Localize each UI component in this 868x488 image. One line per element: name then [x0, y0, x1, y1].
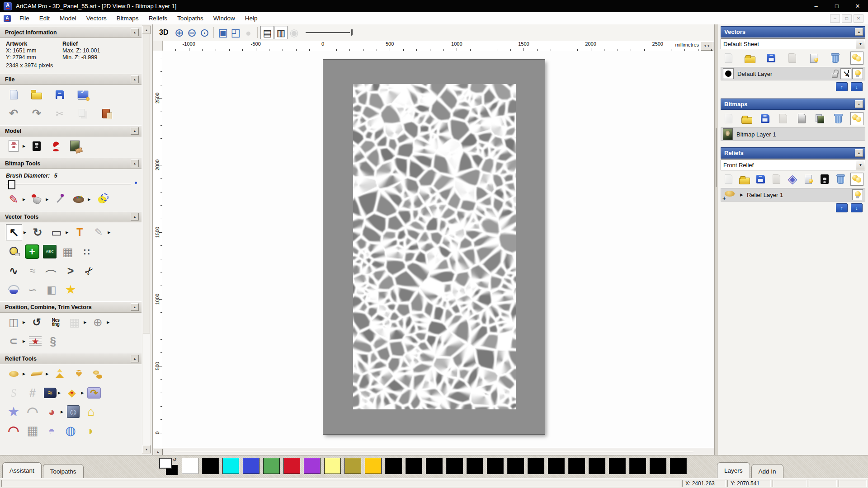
- palette-swatch[interactable]: [426, 458, 443, 474]
- chevron-down-icon[interactable]: [856, 160, 865, 170]
- collapse-section-button[interactable]: [131, 160, 139, 167]
- star-tool-icon[interactable]: ★: [63, 282, 78, 297]
- merge-shape-icon[interactable]: ♠: [71, 366, 86, 381]
- menu-reliefs[interactable]: Reliefs: [144, 12, 172, 24]
- lighting-icon[interactable]: [48, 138, 63, 154]
- set-model-size-icon[interactable]: [6, 138, 21, 154]
- face-wizard-icon[interactable]: ☺: [67, 405, 80, 418]
- two-rail-sweep-icon[interactable]: ◆: [64, 385, 80, 400]
- basket-weave-icon[interactable]: ▦: [25, 423, 40, 438]
- nesting-icon[interactable]: Nes ting: [48, 314, 63, 330]
- palette-swatch[interactable]: [283, 458, 300, 474]
- menu-file[interactable]: File: [14, 12, 34, 24]
- bulbs-on-icon[interactable]: [850, 112, 863, 125]
- vector-trim-icon[interactable]: ✂: [82, 263, 97, 278]
- mdi-close-button[interactable]: ✕: [854, 14, 863, 23]
- voronoi-bitmap-layer[interactable]: [353, 84, 516, 409]
- select-icon[interactable]: ↖: [6, 224, 22, 240]
- layer-colour-swatch[interactable]: [723, 68, 734, 79]
- horizontal-scrollbar[interactable]: [153, 448, 714, 455]
- palette-swatch[interactable]: [670, 458, 687, 474]
- close-button[interactable]: ✕: [847, 0, 868, 12]
- palette-swatch[interactable]: [650, 458, 666, 474]
- flyout-arrow-icon[interactable]: ▶: [46, 197, 48, 202]
- palette-swatch[interactable]: [365, 458, 382, 474]
- transform-icon[interactable]: ↻: [30, 225, 45, 240]
- collapse-section-button[interactable]: [131, 28, 139, 36]
- star-shape-icon[interactable]: ★: [6, 404, 21, 419]
- measure-sheet-icon[interactable]: ✎: [91, 225, 106, 240]
- undo-icon[interactable]: ↶: [6, 106, 21, 121]
- trash-icon[interactable]: [835, 173, 847, 185]
- sheet-select[interactable]: Default Sheet: [721, 38, 865, 49]
- minimize-button[interactable]: –: [806, 0, 826, 12]
- relief-envelope-icon[interactable]: ↷: [87, 387, 101, 399]
- swap-colours-icon[interactable]: ↺: [173, 457, 176, 462]
- twirl-vectors-icon[interactable]: §: [45, 333, 61, 349]
- zoom-fit-icon[interactable]: ▣: [217, 26, 229, 39]
- collapse-section-button[interactable]: [855, 28, 863, 36]
- switch-to-3d-button[interactable]: 3D: [156, 28, 171, 38]
- scrollbar-track[interactable]: [175, 452, 693, 452]
- zoom-out-icon[interactable]: ⊖: [185, 26, 198, 39]
- flyout-arrow-icon[interactable]: ▶: [88, 197, 90, 202]
- text-icon[interactable]: T: [72, 225, 87, 240]
- canvas-viewport[interactable]: [162, 51, 714, 448]
- palette-swatch[interactable]: [182, 458, 198, 474]
- palette-swatch[interactable]: [589, 458, 605, 474]
- trash-icon[interactable]: [832, 113, 844, 125]
- flyout-arrow-icon[interactable]: ▶: [23, 372, 25, 376]
- save-relief-icon[interactable]: [755, 173, 767, 185]
- palette-swatch[interactable]: [446, 458, 463, 474]
- flyout-arrow-icon[interactable]: ▶: [23, 339, 25, 343]
- collapse-section-button[interactable]: [855, 100, 863, 108]
- chevron-down-icon[interactable]: [856, 39, 865, 49]
- palette-swatch[interactable]: [385, 458, 402, 474]
- relief-from-image-icon[interactable]: ≈: [44, 388, 57, 398]
- palette-swatch[interactable]: [568, 458, 585, 474]
- mirror-tool-icon[interactable]: ◧: [44, 282, 59, 297]
- fan-shape-icon[interactable]: ◕: [44, 404, 59, 419]
- flyout-arrow-icon[interactable]: ▶: [81, 391, 84, 395]
- snap-on-icon[interactable]: ↘: [840, 68, 851, 79]
- maximize-button[interactable]: □: [826, 0, 847, 12]
- tape-measure-icon[interactable]: [6, 244, 21, 259]
- collapse-section-button[interactable]: [131, 213, 139, 221]
- flyout-arrow-icon[interactable]: ▶: [24, 230, 26, 235]
- greyscale-preview-icon[interactable]: [29, 138, 44, 154]
- scroll-up-icon[interactable]: [142, 26, 151, 34]
- menu-window[interactable]: Window: [208, 12, 240, 24]
- mdi-minimize-button[interactable]: –: [830, 14, 840, 23]
- new-model-icon[interactable]: [6, 87, 21, 102]
- bulb-on-icon[interactable]: [852, 68, 863, 79]
- flyout-arrow-icon[interactable]: ▶: [46, 372, 48, 376]
- chevron-icon[interactable]: >: [63, 263, 78, 278]
- collapse-section-button[interactable]: [131, 355, 139, 362]
- menu-vectors[interactable]: Vectors: [81, 12, 112, 24]
- view-zoom-slider[interactable]: [306, 28, 354, 37]
- palette-swatch[interactable]: [629, 458, 646, 474]
- palette-swatch[interactable]: [406, 458, 422, 474]
- flyout-arrow-icon[interactable]: ▶: [23, 144, 25, 148]
- stack-layers-icon[interactable]: ◈: [787, 173, 799, 185]
- move-layer-down-button[interactable]: [851, 82, 863, 91]
- smooth-curve-icon[interactable]: ∽: [25, 282, 40, 297]
- dome-tool-icon[interactable]: [6, 282, 21, 297]
- link-b-icon[interactable]: ▥: [274, 26, 288, 39]
- menu-help[interactable]: Help: [240, 12, 263, 24]
- greyscale-page-icon[interactable]: [796, 113, 808, 125]
- distort-vectors-icon[interactable]: ★: [29, 335, 42, 347]
- palette-swatch[interactable]: [263, 458, 280, 474]
- brush-diameter-slider[interactable]: [3, 180, 137, 189]
- copy-bitmap-icon[interactable]: [814, 113, 826, 125]
- palette-icon[interactable]: [71, 192, 86, 207]
- model-options-icon[interactable]: ✓: [75, 87, 90, 102]
- menu-toolpaths[interactable]: Toolpaths: [172, 12, 208, 24]
- menu-model[interactable]: Model: [55, 12, 81, 24]
- zero-plane-icon[interactable]: [29, 366, 44, 381]
- tab-add-in[interactable]: Add In: [751, 464, 783, 478]
- colour-picker-icon[interactable]: [52, 192, 67, 207]
- flyout-arrow-icon[interactable]: ▶: [66, 230, 68, 235]
- offset-shape-icon[interactable]: ⌂: [83, 404, 99, 419]
- tab-toolpaths[interactable]: Toolpaths: [43, 464, 84, 478]
